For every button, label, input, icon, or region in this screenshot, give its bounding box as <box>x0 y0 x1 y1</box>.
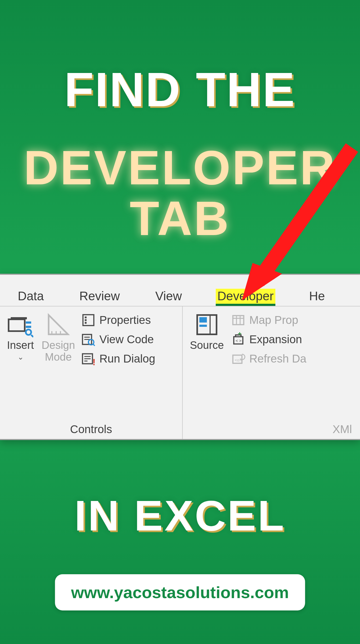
headline-developer: DEVELOPER <box>24 141 336 195</box>
refresh-label: Refresh Da <box>249 352 306 365</box>
chevron-down-icon: ⌄ <box>17 353 24 361</box>
refresh-data-button[interactable]: <o> Refresh Da <box>231 352 306 366</box>
tab-developer[interactable]: Developer <box>216 289 275 306</box>
tab-view[interactable]: View <box>154 289 183 306</box>
ruler-triangle-icon <box>45 312 71 338</box>
headline-in-excel: IN EXCEL <box>0 491 360 540</box>
group-xml: Source Map Prop +< > Expansion <box>183 306 360 439</box>
insert-button[interactable]: Insert ⌄ <box>3 310 38 421</box>
run-dialog-label: Run Dialog <box>99 352 155 365</box>
expansion-packs-button[interactable]: +< > Expansion <box>231 332 306 347</box>
svg-text:< >: < > <box>236 338 242 343</box>
map-properties-icon <box>231 313 246 327</box>
run-dialog-icon: ! <box>81 352 96 366</box>
group-controls: Insert ⌄ DesignMode <box>0 306 183 439</box>
svg-rect-0 <box>9 319 25 331</box>
properties-button[interactable]: Properties <box>81 313 155 327</box>
expansion-icon: +< > <box>231 332 246 347</box>
svg-rect-3 <box>26 326 31 328</box>
insert-label: Insert <box>7 339 34 351</box>
properties-icon <box>81 313 96 327</box>
xml-group-label: XMl <box>185 421 357 439</box>
headline-tab: TAB <box>130 191 231 245</box>
design-mode-button[interactable]: DesignMode <box>38 310 78 421</box>
map-properties-button[interactable]: Map Prop <box>231 313 306 327</box>
run-dialog-button[interactable]: ! Run Dialog <box>81 352 155 366</box>
source-pane-icon <box>194 312 220 338</box>
svg-rect-8 <box>83 315 94 326</box>
svg-point-4 <box>26 330 31 335</box>
svg-text:+: + <box>238 332 242 337</box>
properties-label: Properties <box>99 314 151 327</box>
svg-rect-2 <box>26 321 31 324</box>
headline-developer-tab: DEVELOPER TAB <box>0 142 360 244</box>
tab-help[interactable]: He <box>308 289 327 306</box>
svg-rect-11 <box>85 322 87 324</box>
insert-controls-icon <box>8 312 33 338</box>
svg-rect-26 <box>233 316 244 325</box>
svg-rect-9 <box>85 317 87 319</box>
source-button[interactable]: Source <box>185 310 228 421</box>
controls-group-label: Controls <box>3 421 179 439</box>
svg-line-16 <box>93 344 95 346</box>
refresh-icon: <o> <box>231 352 246 366</box>
website-url[interactable]: www.yacostasolutions.com <box>55 574 305 610</box>
svg-rect-24 <box>199 325 207 327</box>
map-properties-label: Map Prop <box>249 314 298 327</box>
headline-find-the: FIND THE <box>0 62 360 117</box>
ribbon-body: Insert ⌄ DesignMode <box>0 306 360 439</box>
tab-review[interactable]: Review <box>78 289 121 306</box>
svg-rect-23 <box>199 317 207 323</box>
svg-text:!: ! <box>92 357 95 366</box>
expansion-label: Expansion <box>249 333 302 346</box>
xml-stack: Map Prop +< > Expansion <o> Refresh Da <box>228 310 308 421</box>
design-mode-label: DesignMode <box>42 339 75 363</box>
view-code-button[interactable]: View Code <box>81 332 155 347</box>
ribbon-tab-row: Data Review View Developer He <box>0 275 360 306</box>
svg-rect-1 <box>11 317 27 319</box>
excel-ribbon: Data Review View Developer He Insert ⌄ <box>0 274 360 440</box>
controls-stack: Properties View Code ! Run Dialog <box>78 310 157 421</box>
source-label: Source <box>190 339 224 351</box>
view-code-label: View Code <box>99 333 154 346</box>
tab-data[interactable]: Data <box>16 289 45 306</box>
view-code-icon <box>81 332 96 347</box>
svg-text:<o>: <o> <box>235 358 242 362</box>
svg-rect-10 <box>85 319 87 321</box>
